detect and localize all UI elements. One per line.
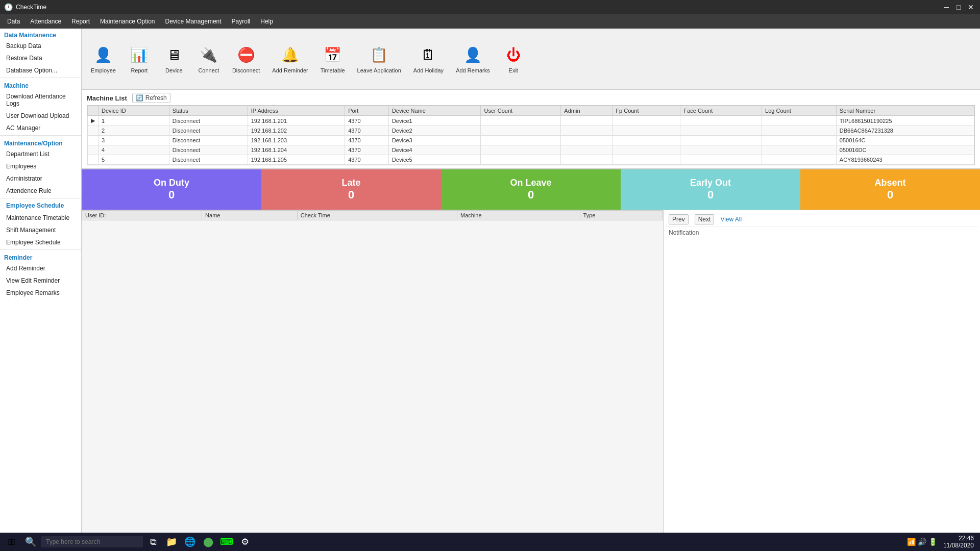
- sidebar-item-employee-schedule[interactable]: Employee Schedule: [0, 236, 81, 248]
- maximize-button[interactable]: □: [953, 2, 964, 12]
- on-duty-card[interactable]: On Duty 0: [82, 169, 261, 210]
- sidebar-item-employee-remarks[interactable]: Employee Remarks: [0, 287, 81, 299]
- notification-section-label: Notification: [666, 227, 978, 238]
- content-area: Machine List 🔄 Refresh Device ID Status: [82, 90, 980, 533]
- machine-table-row[interactable]: 2 Disconnect 192.168.1.202 4370 Device2 …: [88, 126, 974, 136]
- refresh-button[interactable]: 🔄 Refresh: [132, 93, 170, 103]
- divider-2: [0, 135, 81, 136]
- sidebar-item-view-edit-reminder[interactable]: View Edit Reminder: [0, 274, 81, 287]
- machine-list-title: Machine List: [87, 94, 127, 102]
- sidebar-item-department-list[interactable]: Department List: [0, 148, 81, 160]
- disconnect-label: Disconnect: [232, 67, 260, 73]
- on-leave-card[interactable]: On Leave 0: [441, 169, 621, 210]
- cell-device-name: Device2: [388, 126, 481, 136]
- chrome-icon[interactable]: ⬤: [200, 534, 216, 550]
- machine-table-container: Device ID Status IP Address Port Device …: [87, 105, 975, 165]
- prev-button[interactable]: Prev: [669, 214, 689, 224]
- battery-icon: 🔋: [928, 538, 937, 546]
- window-controls: ─ □ ✕: [941, 2, 976, 12]
- close-button[interactable]: ✕: [966, 2, 976, 12]
- sidebar-item-database-option[interactable]: Database Option...: [0, 64, 81, 77]
- add-holiday-button[interactable]: 🗓 Add Holiday: [409, 42, 448, 77]
- early-out-card[interactable]: Early Out 0: [621, 169, 800, 210]
- view-all-link[interactable]: View All: [720, 216, 742, 223]
- sidebar-item-restore-data[interactable]: Restore Data: [0, 52, 81, 64]
- add-reminder-button[interactable]: 🔔 Add Reminder: [268, 42, 312, 77]
- menu-bar: Data Attendance Report Maintenance Optio…: [0, 14, 980, 29]
- machine-table-row[interactable]: 5 Disconnect 192.168.1.205 4370 Device5 …: [88, 155, 974, 165]
- timetable-button[interactable]: 📅 Timetable: [316, 42, 349, 77]
- cell-user-count: [481, 155, 561, 165]
- cell-admin: [561, 145, 612, 155]
- menu-maintenance-option[interactable]: Maintenance Option: [95, 16, 160, 27]
- task-view-icon[interactable]: ⧉: [145, 534, 161, 550]
- sidebar-item-shift-management[interactable]: Shift Management: [0, 224, 81, 236]
- cell-admin: [561, 126, 612, 136]
- cell-admin: [561, 136, 612, 145]
- disconnect-button[interactable]: ⛔ Disconnect: [228, 42, 264, 77]
- absent-card[interactable]: Absent 0: [800, 169, 980, 210]
- machine-table-row[interactable]: 4 Disconnect 192.168.1.204 4370 Device4 …: [88, 145, 974, 155]
- timetable-label: Timetable: [321, 67, 345, 73]
- th-ip-address: IP Address: [248, 106, 345, 116]
- sidebar-item-add-reminder[interactable]: Add Reminder: [0, 262, 81, 274]
- sidebar-section-employee-schedule[interactable]: Employee Schedule: [0, 199, 81, 212]
- cell-port: 4370: [345, 136, 389, 145]
- machine-table-row[interactable]: ▶ 1 Disconnect 192.168.1.201 4370 Device…: [88, 116, 974, 126]
- row-arrow: ▶: [88, 116, 99, 126]
- late-count: 0: [348, 188, 354, 202]
- terminal-icon[interactable]: ⌨: [218, 534, 235, 550]
- taskbar-sys-icons: 📶 🔊 🔋: [903, 538, 941, 546]
- connect-icon: 🔌: [199, 45, 219, 65]
- machine-table: Device ID Status IP Address Port Device …: [87, 106, 974, 165]
- sidebar-item-download-attendance-logs[interactable]: Download Attendance Logs: [0, 90, 81, 110]
- sidebar-item-user-download-upload[interactable]: User Download Upload: [0, 110, 81, 122]
- add-remarks-button[interactable]: 👤 Add Remarks: [452, 42, 494, 77]
- minimize-button[interactable]: ─: [941, 2, 951, 12]
- start-button[interactable]: ⊞: [2, 533, 20, 551]
- search-taskbar-icon[interactable]: 🔍: [22, 534, 39, 550]
- sidebar-item-ac-manager[interactable]: AC Manager: [0, 122, 81, 134]
- machine-table-row[interactable]: 3 Disconnect 192.168.1.203 4370 Device3 …: [88, 136, 974, 145]
- late-card[interactable]: Late 0: [261, 169, 441, 210]
- sidebar-item-attendance-rule[interactable]: Attendence Rule: [0, 185, 81, 197]
- edge-icon[interactable]: 🌐: [182, 534, 198, 550]
- taskbar-search-input[interactable]: [41, 536, 143, 547]
- menu-device-management[interactable]: Device Management: [160, 16, 227, 27]
- sidebar-item-administrator[interactable]: Administrator: [0, 172, 81, 185]
- cell-face-count: [680, 116, 762, 126]
- cell-status: Disconnect: [169, 136, 248, 145]
- device-button[interactable]: 🖥 Device: [159, 42, 189, 77]
- checktime-taskbar-icon[interactable]: ⚙: [237, 534, 253, 550]
- divider-4: [0, 249, 81, 250]
- exit-button[interactable]: ⏻ Exit: [498, 42, 529, 77]
- th-admin: Admin: [561, 106, 612, 116]
- menu-help[interactable]: Help: [255, 16, 278, 27]
- th-machine: Machine: [457, 211, 580, 220]
- leave-application-button[interactable]: 📋 Leave Application: [353, 42, 405, 77]
- bottom-section: User ID: Name Check Time Machine Type: [82, 210, 980, 533]
- cell-device-id: 3: [99, 136, 169, 145]
- cell-device-name: Device5: [388, 155, 481, 165]
- menu-payroll[interactable]: Payroll: [227, 16, 256, 27]
- leave-application-icon: 📋: [369, 45, 389, 65]
- connect-button[interactable]: 🔌 Connect: [193, 42, 224, 77]
- menu-report[interactable]: Report: [66, 16, 95, 27]
- next-button[interactable]: Next: [695, 214, 715, 224]
- sidebar-item-backup-data[interactable]: Backup Data: [0, 40, 81, 52]
- sidebar-item-employees[interactable]: Employees: [0, 160, 81, 172]
- device-icon: 🖥: [164, 45, 184, 65]
- menu-data[interactable]: Data: [2, 16, 25, 27]
- employee-button[interactable]: 👤 Employee: [87, 42, 120, 77]
- report-button[interactable]: 📊 Report: [124, 42, 155, 77]
- file-explorer-icon[interactable]: 📁: [163, 534, 180, 550]
- menu-attendance[interactable]: Attendance: [25, 16, 66, 27]
- sidebar-item-maintenance-timetable[interactable]: Maintenance Timetable: [0, 212, 81, 224]
- volume-icon: 🔊: [918, 538, 926, 546]
- cell-status: Disconnect: [169, 145, 248, 155]
- cell-serial-number: 0500164C: [836, 136, 974, 145]
- cell-fp-count: [612, 145, 680, 155]
- th-user-count: User Count: [481, 106, 561, 116]
- cell-fp-count: [612, 155, 680, 165]
- row-arrow: [88, 136, 99, 145]
